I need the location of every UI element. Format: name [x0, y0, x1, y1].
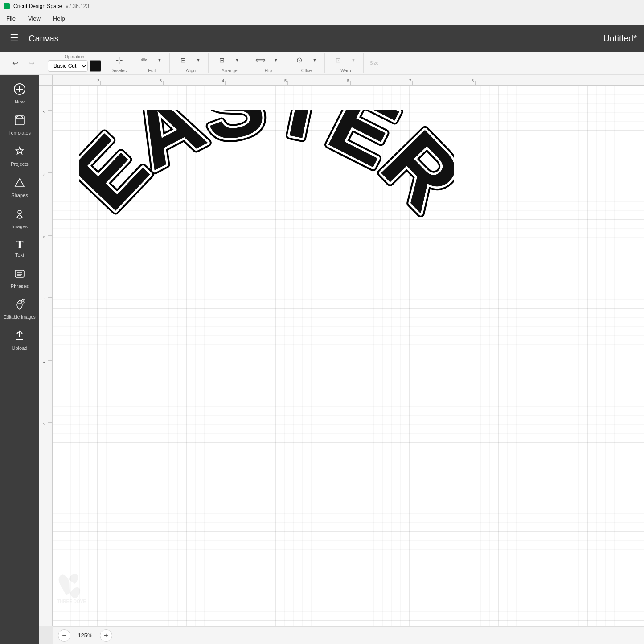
undo-button[interactable]: ↩: [8, 56, 22, 70]
images-icon: [13, 208, 26, 222]
operation-group: Operation Basic Cut: [48, 54, 101, 72]
edit-icon-row: ✏ ▼: [137, 53, 167, 67]
flip-dropdown[interactable]: ▼: [269, 53, 283, 67]
svg-text:6: 6: [347, 78, 349, 83]
sidebar-item-label-shapes: Shapes: [11, 193, 28, 198]
sidebar-item-label-editable-images: Editable Images: [4, 315, 36, 320]
menu-file[interactable]: File: [4, 14, 18, 23]
svg-text:2: 2: [97, 78, 99, 83]
content-area: New Templates Projects: [0, 75, 644, 644]
warp-dropdown[interactable]: ▼: [346, 53, 361, 67]
align-button[interactable]: ⊟: [176, 53, 190, 67]
svg-text:5: 5: [284, 78, 287, 83]
ruler-top: 2 3 4 5 6 7 8: [53, 75, 644, 86]
canvas-grid[interactable]: EASTER EASTER EASTER THREE DOVE: [53, 86, 644, 626]
svg-text:6: 6: [42, 361, 46, 363]
deselect-label: Deselect: [111, 68, 128, 73]
sidebar-item-editable-images[interactable]: Editable Images: [2, 294, 37, 323]
header-title: Canvas: [29, 33, 596, 44]
zoom-level: 125%: [74, 632, 96, 639]
watermark: THREE DOVE: [53, 568, 106, 604]
svg-text:7: 7: [42, 423, 46, 425]
zoom-minus-icon: −: [62, 632, 66, 640]
deselect-section: ⊹ Deselect: [108, 53, 131, 73]
size-section: Size: [367, 61, 381, 66]
sidebar-item-text[interactable]: T Text: [2, 234, 37, 261]
edit-label: Edit: [148, 68, 156, 73]
sidebar-item-phrases[interactable]: Phrases: [2, 263, 37, 292]
edit-dropdown[interactable]: ▼: [152, 53, 167, 67]
zoom-plus-button[interactable]: +: [100, 629, 112, 642]
deselect-button[interactable]: ⊹: [112, 53, 126, 67]
sidebar-item-label-upload: Upload: [12, 345, 28, 351]
svg-text:5: 5: [42, 298, 46, 300]
warp-group: ⊡ ▼ Warp: [331, 53, 361, 73]
menu-help[interactable]: Help: [50, 14, 68, 23]
flip-icon-row: ⟺ ▼: [254, 53, 283, 67]
arrange-button[interactable]: ⊞: [215, 53, 229, 67]
edit-group: ✏ ▼ Edit: [137, 53, 167, 73]
svg-text:THREE DOVE: THREE DOVE: [57, 599, 86, 604]
zoom-minus-button[interactable]: −: [58, 629, 70, 642]
svg-text:7: 7: [409, 78, 411, 83]
sidebar-item-shapes[interactable]: Shapes: [2, 172, 37, 201]
sidebar-item-projects[interactable]: Projects: [2, 141, 37, 170]
svg-text:4: 4: [222, 78, 224, 83]
warp-button[interactable]: ⊡: [331, 53, 345, 67]
app-icon: [4, 3, 10, 9]
sidebar-item-templates[interactable]: Templates: [2, 110, 37, 139]
sidebar-item-label-text: Text: [15, 252, 24, 258]
offset-label: Offset: [301, 68, 313, 73]
warp-section: ⊡ ▼ Warp: [328, 53, 364, 73]
svg-point-3: [18, 210, 21, 214]
sidebar-item-label-images: Images: [12, 224, 28, 229]
size-label: Size: [370, 61, 378, 66]
align-icon-row: ⊟ ▼: [176, 53, 205, 67]
color-swatch[interactable]: [90, 60, 101, 72]
offset-group: ⊙ ▼ Offset: [292, 53, 322, 73]
sidebar-item-images[interactable]: Images: [2, 203, 37, 233]
edit-button[interactable]: ✏: [137, 53, 152, 67]
align-group: ⊟ ▼ Align: [176, 53, 205, 73]
hamburger-button[interactable]: ☰: [7, 31, 21, 45]
operation-select[interactable]: Basic Cut: [48, 60, 88, 72]
app-version: v7.36.123: [66, 3, 89, 9]
easter-design[interactable]: EASTER EASTER EASTER: [79, 110, 454, 275]
svg-text:3: 3: [42, 173, 46, 176]
upload-icon: [13, 329, 26, 344]
flip-label: Flip: [265, 68, 272, 73]
flip-button[interactable]: ⟺: [254, 53, 268, 67]
document-title: Untitled*: [603, 33, 637, 44]
operation-label: Operation: [65, 54, 84, 59]
offset-dropdown[interactable]: ▼: [308, 53, 322, 67]
svg-text:2: 2: [42, 111, 46, 113]
arrange-label: Arrange: [222, 68, 238, 73]
sidebar-item-new[interactable]: New: [2, 78, 37, 108]
align-section: ⊟ ▼ Align: [173, 53, 209, 73]
zoom-plus-icon: +: [104, 632, 108, 640]
arrange-icon-row: ⊞ ▼: [215, 53, 244, 67]
flip-group: ⟺ ▼ Flip: [254, 53, 283, 73]
editable-images-icon: [13, 299, 26, 313]
sidebar-item-label-phrases: Phrases: [11, 283, 29, 289]
left-sidebar: New Templates Projects: [0, 75, 39, 644]
arrange-dropdown[interactable]: ▼: [230, 53, 244, 67]
align-dropdown[interactable]: ▼: [191, 53, 205, 67]
offset-button[interactable]: ⊙: [292, 53, 307, 67]
size-group: Size: [370, 61, 378, 66]
menu-view[interactable]: View: [25, 14, 43, 23]
ruler-left: 2 3 4 5 6 7: [39, 86, 53, 626]
toolbar: ↩ ↪ Operation Basic Cut ⊹ Deselect ✏ ▼: [0, 52, 644, 75]
redo-button[interactable]: ↪: [24, 56, 38, 70]
canvas-area[interactable]: 2 3 4 5 6 7 8 2 3: [39, 75, 644, 644]
arrange-section: ⊞ ▼ Arrange: [212, 53, 247, 73]
offset-section: ⊙ ▼ Offset: [290, 53, 325, 73]
phrases-icon: [13, 267, 26, 282]
align-label: Align: [186, 68, 196, 73]
sidebar-item-label-templates: Templates: [8, 130, 31, 135]
svg-text:8: 8: [472, 78, 474, 83]
main-header: ☰ Canvas Untitled*: [0, 25, 644, 52]
sidebar-item-upload[interactable]: Upload: [2, 325, 37, 354]
text-icon: T: [16, 239, 23, 250]
operation-section: Operation Basic Cut: [45, 54, 104, 72]
